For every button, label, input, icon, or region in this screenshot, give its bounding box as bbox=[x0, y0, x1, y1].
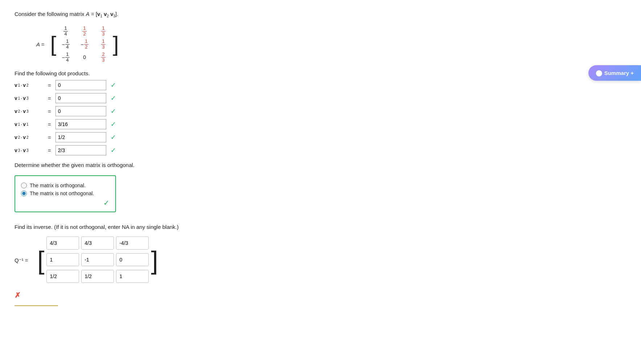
dp-equals-1: = bbox=[48, 82, 51, 88]
radio-label-not-orthogonal[interactable]: The matrix is not orthogonal. bbox=[30, 191, 94, 196]
dot-product-row-v3v3: v3 · v3 = ✓ bbox=[15, 145, 626, 155]
summary-button[interactable]: ⬤ Summary + bbox=[588, 65, 641, 81]
dot-product-row-v1v2: v1 · v2 = ✓ bbox=[15, 80, 626, 90]
matrix-cell-r2c3: 13 bbox=[101, 39, 105, 50]
dp-label-v2v3: v2 · v3 bbox=[15, 108, 44, 114]
matrix-cell-r3c1: − 14 bbox=[62, 52, 70, 63]
dp-equals-6: = bbox=[48, 147, 51, 154]
matrix-a-bracket: [ 14 12 13 − 14 − 12 13 − 14 0 23 ] bbox=[50, 25, 119, 64]
dp-input-v1v3[interactable] bbox=[55, 93, 106, 103]
radio-not-orthogonal[interactable] bbox=[21, 191, 27, 196]
dp-check-v1v1: ✓ bbox=[111, 120, 116, 128]
dot-product-row-v2v2: v2 · v2 = ✓ bbox=[15, 132, 626, 142]
radio-label-is-orthogonal[interactable]: The matrix is orthogonal. bbox=[30, 183, 86, 188]
inv-r1c3[interactable] bbox=[116, 237, 149, 250]
dp-label-v2v2: v2 · v2 bbox=[15, 134, 44, 140]
dp-input-v3v3[interactable] bbox=[55, 145, 106, 155]
dot-products-title: Find the following dot products. bbox=[15, 70, 626, 76]
dp-input-v1v1[interactable] bbox=[55, 119, 106, 129]
matrix-a-grid: 14 12 13 − 14 − 12 13 − 14 0 23 bbox=[57, 25, 112, 64]
dp-input-v2v3[interactable] bbox=[55, 106, 106, 116]
radio-row-not-orthogonal: The matrix is not orthogonal. bbox=[21, 191, 109, 196]
inv-r1c1[interactable] bbox=[46, 237, 79, 250]
summary-circle-icon: ⬤ bbox=[596, 70, 602, 76]
dot-product-row-v1v1: v1 · v1 = ✓ bbox=[15, 119, 626, 129]
inverse-matrix-grid bbox=[46, 237, 149, 284]
dp-input-v2v2[interactable] bbox=[55, 132, 106, 142]
orthogonal-title: Determine whether the given matrix is or… bbox=[15, 162, 626, 168]
dp-check-v1v3: ✓ bbox=[111, 94, 116, 102]
matrix-cell-r1c2: 12 bbox=[82, 26, 86, 37]
inverse-label: Q⁻¹ = bbox=[15, 257, 34, 264]
dp-equals-5: = bbox=[48, 134, 51, 141]
dot-product-row-v2v3: v2 · v3 = ✓ bbox=[15, 106, 626, 116]
intro-text: Consider the following matrix A = [v1 v2… bbox=[15, 11, 626, 18]
inverse-title: Find its inverse. (If it is not orthogon… bbox=[15, 224, 626, 230]
matrix-cell-r1c1: 14 bbox=[63, 26, 67, 37]
dp-label-v1v3: v1 · v3 bbox=[15, 95, 44, 101]
matrix-cell-r3c3: 23 bbox=[101, 52, 105, 63]
dot-product-row-v1v3: v1 · v3 = ✓ bbox=[15, 93, 626, 103]
x-mark-icon: ✗ bbox=[15, 291, 21, 299]
bracket-right: ] bbox=[113, 33, 119, 55]
x-mark-container: ✗ bbox=[15, 291, 626, 300]
dp-label-v1v2: v1 · v2 bbox=[15, 82, 44, 88]
inverse-bracket-right: ] bbox=[151, 248, 158, 273]
orthogonal-answer-box: The matrix is orthogonal. The matrix is … bbox=[15, 175, 116, 212]
inv-r2c2[interactable] bbox=[81, 253, 114, 266]
dp-check-v3v3: ✓ bbox=[111, 146, 116, 154]
matrix-cell-r2c2: − 12 bbox=[81, 39, 88, 50]
inv-r3c2[interactable] bbox=[81, 270, 114, 283]
matrix-cell-r3c2: 0 bbox=[83, 54, 86, 60]
inv-r3c1[interactable] bbox=[46, 270, 79, 283]
inv-r2c3[interactable] bbox=[116, 253, 149, 266]
underline-bar bbox=[15, 305, 58, 306]
dp-equals-2: = bbox=[48, 95, 51, 101]
dp-label-v3v3: v3 · v3 bbox=[15, 147, 44, 153]
matrix-a-display: A = [ 14 12 13 − 14 − 12 13 − 14 0 23 bbox=[36, 25, 626, 64]
dp-label-v1v1: v1 · v1 bbox=[15, 121, 44, 127]
bracket-left: [ bbox=[50, 33, 56, 55]
inverse-bracket-left: [ bbox=[37, 248, 44, 273]
matrix-cell-r2c1: − 14 bbox=[62, 39, 70, 50]
dp-check-v2v2: ✓ bbox=[111, 133, 116, 141]
orthogonal-checkmark: ✓ bbox=[21, 198, 109, 207]
summary-button-label: Summary + bbox=[604, 70, 634, 76]
dp-equals-3: = bbox=[48, 108, 51, 114]
matrix-a-label: A = bbox=[36, 41, 44, 47]
radio-is-orthogonal[interactable] bbox=[21, 183, 27, 188]
inv-r2c1[interactable] bbox=[46, 253, 79, 266]
matrix-cell-r1c3: 13 bbox=[101, 26, 105, 37]
dp-check-v1v2: ✓ bbox=[111, 81, 116, 89]
inverse-matrix-bracket-group: [ ] bbox=[37, 237, 158, 284]
dp-equals-4: = bbox=[48, 121, 51, 127]
radio-row-orthogonal: The matrix is orthogonal. bbox=[21, 183, 109, 188]
inverse-matrix-section: Q⁻¹ = [ ] bbox=[15, 237, 626, 284]
inv-r3c3[interactable] bbox=[116, 270, 149, 283]
dp-check-v2v3: ✓ bbox=[111, 107, 116, 115]
inv-r1c2[interactable] bbox=[81, 237, 114, 250]
dp-input-v1v2[interactable] bbox=[55, 80, 106, 90]
